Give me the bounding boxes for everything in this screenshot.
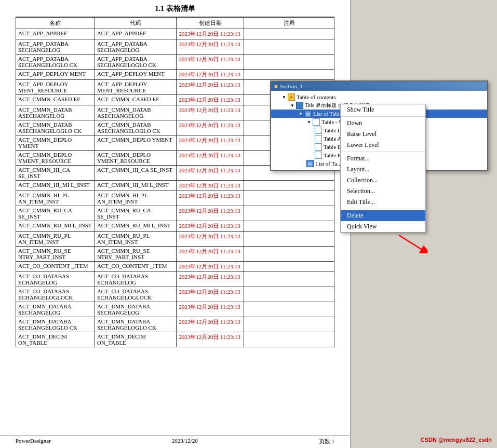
ctx-collection[interactable]: Collection...	[341, 175, 425, 186]
ctx-selection[interactable]: Selection...	[341, 186, 425, 197]
ctx-format[interactable]: Format...	[341, 153, 425, 164]
cell-date: 2023年12月20日 11:23:13	[177, 151, 244, 166]
cell-date: 2023年12月20日 11:23:13	[177, 166, 244, 181]
expand-icon-title: ▼	[290, 103, 295, 108]
cell-note	[244, 55, 334, 70]
csdn-watermark: CSDN @mengyu822_csdn	[421, 437, 492, 443]
cell-note	[244, 287, 334, 302]
list-icon: ▤	[304, 110, 312, 117]
cell-code: ACT_CMMN_HI_MI L_INST	[95, 181, 176, 191]
cell-name: ACT_CMMN_RU_CA SE_INST	[16, 206, 95, 221]
svg-line-1	[399, 235, 421, 249]
cell-code: ACT_CMMN_RU_PL AN_ITEM_INST	[95, 232, 176, 247]
ctx-quick-view[interactable]: Quick View	[341, 221, 425, 232]
table-row: ACT_CO_DATABAS ECHANGELOGLOCKACT_CO_DATA…	[16, 287, 334, 302]
cell-name: ACT_CMMN_HI_MI L_INST	[16, 181, 95, 191]
cell-code: ACT_CMMN_DATAB ASECHANGELOG	[95, 105, 176, 120]
cell-code: ACT_CMMN_RU_CA SE_INST	[95, 206, 176, 221]
cell-code: ACT_CMMN_DATAB ASECHANGELOGLO CK	[95, 120, 176, 135]
ctx-sep-1	[341, 116, 425, 117]
cell-note	[244, 39, 334, 55]
cell-name: ACT_CMMN_DEPLO YMENT	[16, 135, 95, 151]
cell-name: ACT_CMMN_DEPLO YMENT_RESOURCE	[16, 151, 95, 166]
ctx-sep-3	[341, 209, 425, 209]
cell-code: ACT_CO_CONTENT _ITEM	[95, 262, 176, 272]
cell-note	[244, 191, 334, 206]
red-arrow	[396, 233, 427, 253]
cell-name: ACT_CMMN_RU_PL AN_ITEM_INST	[16, 232, 95, 247]
ctx-raise-level[interactable]: Raise Level	[341, 129, 425, 140]
cell-name: ACT_APP_DEPLOY MENT_RESOURCE	[16, 80, 95, 95]
expand-icon-toc: ▼	[281, 94, 287, 100]
cell-date: 2023年12月20日 11:23:13	[177, 191, 244, 206]
cell-code: ACT_APP_DATABA SECHANGELOGLO CK	[95, 55, 176, 70]
cell-name: ACT_APP_DEPLOY MENT	[16, 70, 95, 80]
cell-code: ACT_APP_DATABA SECHANGELOG	[95, 39, 176, 55]
table-row: ACT_CMMN_RU_CA SE_INSTACT_CMMN_RU_CA SE_…	[16, 206, 334, 221]
list-ta-label: List of Ta...	[315, 160, 342, 167]
table-row: ACT_CO_DATABAS ECHANGELOGACT_CO_DATABAS …	[16, 272, 334, 287]
title-icon	[296, 102, 303, 109]
list-ta-icon: ▤	[306, 160, 314, 167]
cell-code: ACT_APP_DEPLOY MENT	[95, 70, 176, 80]
ctx-lower-level[interactable]: Lower Level	[341, 140, 425, 151]
table-row: ACT_APP_DATABA SECHANGELOGLO CKACT_APP_D…	[16, 55, 334, 70]
ctx-delete[interactable]: Delete	[341, 210, 425, 221]
table-an-icon	[315, 135, 322, 142]
cell-code: ACT_APP_APPDEF	[95, 29, 176, 39]
footer-center: 2023/12/20	[172, 438, 198, 445]
cell-date: 2023年12月20日 11:23:13	[177, 262, 244, 272]
cell-date: 2023年12月20日 11:23:13	[177, 105, 244, 120]
cell-name: ACT_CMMN_RU_MI L_INST	[16, 221, 95, 232]
cell-code: ACT_CMMN_CASED EF	[95, 95, 176, 105]
cell-date: 2023年12月20日 11:23:13	[177, 332, 244, 347]
cell-name: ACT_CO_CONTENT _ITEM	[16, 262, 95, 272]
cell-code: ACT_CMMN_DEPLO YMENT	[95, 135, 176, 151]
ctx-down[interactable]: Down	[341, 118, 425, 129]
cell-code: ACT_CO_DATABAS ECHANGELOG	[95, 272, 176, 287]
cell-code: ACT_DMN_DATABA SECHANGELOG	[95, 302, 176, 317]
cell-date: 2023年12月20日 11:23:13	[177, 221, 244, 232]
expand-icon-table-ite: ▼	[306, 119, 312, 125]
context-menu: Show Title Down Raise Level Lower Level …	[340, 104, 426, 233]
cell-note	[244, 332, 334, 347]
cell-code: ACT_CMMN_RU_MI L_INST	[95, 221, 176, 232]
table-ite-icon	[313, 118, 320, 126]
toc-icon: ≡	[288, 93, 295, 101]
cell-note	[244, 232, 334, 247]
ctx-layout[interactable]: Layout...	[341, 164, 425, 175]
table-row: ACT_DMN_DATABA SECHANGELOGACT_DMN_DATABA…	[16, 302, 334, 317]
doc-footer: PowerDesigner 2023/12/20 页数 1	[0, 435, 350, 445]
cell-note	[244, 206, 334, 221]
table-row: ACT_CMMN_RU_MI L_INSTACT_CMMN_RU_MI L_IN…	[16, 221, 334, 232]
cell-name: ACT_CMMN_DATAB ASECHANGELOG	[16, 105, 95, 120]
cell-note	[244, 247, 334, 262]
cell-code: ACT_CMMN_RU_SE NTRY_PART_INST	[95, 247, 176, 262]
tree-item-toc[interactable]: ▼ ≡ Table of contents	[271, 93, 487, 101]
col-header-date: 创建日期	[177, 18, 244, 29]
cell-name: ACT_APP_APPDEF	[16, 29, 95, 39]
tree-panel-title: Section_1	[280, 83, 303, 89]
table-row: ACT_APP_DEPLOY MENTACT_APP_DEPLOY MENT20…	[16, 70, 334, 80]
cell-name: ACT_CMMN_CASED EF	[16, 95, 95, 105]
ctx-sep-2	[341, 152, 425, 152]
cell-date: 2023年12月20日 11:23:13	[177, 29, 244, 39]
cell-date: 2023年12月20日 11:23:13	[177, 135, 244, 151]
cell-date: 2023年12月20日 11:23:13	[177, 55, 244, 70]
ctx-show-title[interactable]: Show Title	[341, 104, 425, 115]
cell-code: ACT_CMMN_HI_PL AN_ITEM_INST	[95, 191, 176, 206]
data-table: 名称 代码 创建日期 注释 ACT_APP_APPDEFACT_APP_APPD…	[16, 17, 334, 347]
cell-name: ACT_CMMN_DATAB ASECHANGELOGLO CK	[16, 120, 95, 135]
cell-note	[244, 221, 334, 232]
ctx-edit-title[interactable]: Edit Title...	[341, 197, 425, 208]
table-em-icon	[315, 152, 322, 159]
cell-name: ACT_CMMN_HI_PL AN_ITEM_INST	[16, 191, 95, 206]
table-row: ACT_CMMN_HI_PL AN_ITEM_INSTACT_CMMN_HI_P…	[16, 191, 334, 206]
cell-date: 2023年12月20日 11:23:13	[177, 272, 244, 287]
tree-panel-header: ■ Section_1	[271, 82, 487, 91]
col-header-note: 注释	[244, 18, 334, 29]
table-row: ACT_CMMN_HI_MI L_INSTACT_CMMN_HI_MI L_IN…	[16, 181, 334, 191]
table-row: ACT_CO_CONTENT _ITEMACT_CO_CONTENT _ITEM…	[16, 262, 334, 272]
cell-date: 2023年12月20日 11:23:13	[177, 181, 244, 191]
col-header-name: 名称	[16, 18, 95, 29]
